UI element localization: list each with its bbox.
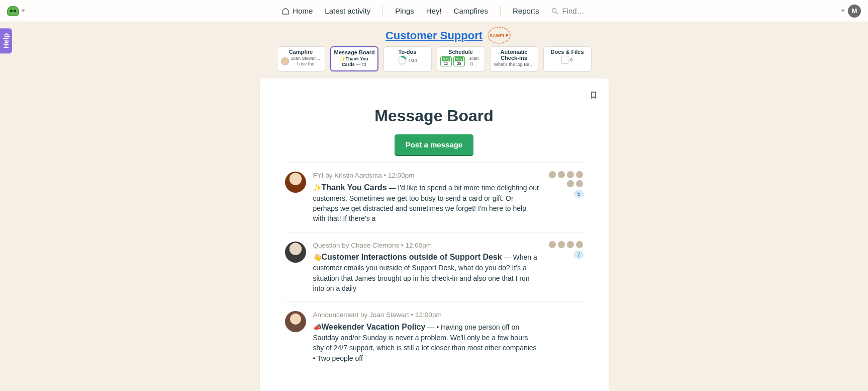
project-name-link[interactable]: Customer Support xyxy=(385,29,483,42)
message-item[interactable]: Announcement by Joan Stewart • 12:00pm📣W… xyxy=(285,302,584,371)
message-line: ✨Thank You Cards — I'd like to spend a b… xyxy=(313,182,540,224)
message-title: Thank You Cards xyxy=(322,183,387,192)
participant-avatar-icon xyxy=(548,241,556,249)
avatar-icon xyxy=(281,57,289,65)
tab-title: Docs & Files xyxy=(547,49,588,55)
user-avatar[interactable]: M xyxy=(848,5,861,18)
participant-avatar-icon xyxy=(566,180,574,188)
participant-avatar-icon xyxy=(575,241,584,249)
tab-title: Message Board xyxy=(334,49,374,55)
progress-donut-icon xyxy=(396,54,409,67)
project-header: Customer Support SAMPLE xyxy=(0,22,868,46)
message-participants: 7 xyxy=(547,241,584,294)
tab-title: Automatic Check-ins xyxy=(494,49,535,61)
nav-home[interactable]: Home xyxy=(281,7,313,15)
message-item[interactable]: FYI by Kristin Aardsma • 12:00pm✨Thank Y… xyxy=(285,163,584,232)
home-icon xyxy=(281,7,290,15)
main-card: Message Board Post a message FYI by Kris… xyxy=(260,79,609,391)
nav-pings[interactable]: Pings xyxy=(395,7,414,15)
message-title: Weekender Vacation Policy xyxy=(322,323,426,331)
tab-sub: What's the top Ba… xyxy=(494,62,535,67)
bookmark-icon[interactable] xyxy=(590,91,598,100)
logo-icon[interactable] xyxy=(7,6,19,16)
calendar-icon: May12 xyxy=(440,56,452,66)
participant-avatar-icon xyxy=(548,171,556,179)
nav-home-label: Home xyxy=(293,7,313,15)
nav-reports[interactable]: Reports xyxy=(513,7,539,15)
sample-badge-icon: SAMPLE xyxy=(487,25,512,47)
search-icon xyxy=(551,7,559,15)
message-participants: 5 xyxy=(547,171,584,224)
page-title: Message Board xyxy=(285,107,584,125)
message-body: Question by Chase Clemons • 12:00pm👋Cust… xyxy=(313,241,540,294)
nav-campfires[interactable]: Campfires xyxy=(454,7,488,15)
tab-sub: 4/14 xyxy=(408,58,417,63)
message-meta: Question by Chase Clemons • 12:00pm xyxy=(313,241,540,251)
svg-text:SAMPLE: SAMPLE xyxy=(490,33,509,38)
tab-todos[interactable]: To-dos 4/14 xyxy=(383,46,432,71)
message-list: FYI by Kristin Aardsma • 12:00pm✨Thank Y… xyxy=(285,162,584,371)
tab-message-board[interactable]: Message Board ✨Thank You Cards — I'd xyxy=(330,46,378,71)
file-icon xyxy=(561,56,568,64)
participant-avatar-icon xyxy=(566,171,574,179)
tab-sub: ✨Thank You Cards — I'd xyxy=(334,56,374,67)
message-emoji-icon: 👋 xyxy=(313,253,322,261)
message-title: Customer Interactions outside of Support… xyxy=(322,253,502,261)
participant-avatar-icon xyxy=(557,241,565,249)
author-avatar xyxy=(285,172,306,193)
participant-avatar-icon xyxy=(566,241,574,249)
nav-latest[interactable]: Latest activity xyxy=(325,7,370,15)
participant-avatar-icon xyxy=(575,171,584,179)
message-emoji-icon: 📣 xyxy=(313,323,322,331)
calendar-icon: May25 xyxy=(453,56,465,66)
tab-title: To-dos xyxy=(387,49,428,55)
user-menu-caret-icon[interactable] xyxy=(841,10,845,12)
message-item[interactable]: Question by Chase Clemons • 12:00pm👋Cust… xyxy=(285,232,584,302)
message-line: 📣Weekender Vacation Policy — • Having on… xyxy=(313,321,540,363)
tab-checkins[interactable]: Automatic Check-ins What's the top Ba… xyxy=(490,46,538,71)
divider xyxy=(382,6,383,16)
message-line: 👋Customer Interactions outside of Suppor… xyxy=(313,251,540,293)
tab-title: Schedule xyxy=(440,49,481,55)
participant-avatar-icon xyxy=(575,180,584,188)
tab-schedule[interactable]: Schedule May12 May25 Joan O… xyxy=(437,46,485,71)
reply-count-badge: 7 xyxy=(574,251,583,259)
message-meta: Announcement by Joan Stewart • 12:00pm xyxy=(313,310,540,320)
tab-campfire[interactable]: Campfire Joan Stewar…I use the xyxy=(277,46,325,71)
author-avatar xyxy=(285,311,306,332)
tab-title: Campfire xyxy=(280,49,322,55)
top-nav: Home Latest activity Pings Hey! Campfire… xyxy=(0,0,868,22)
tab-sub: 6 xyxy=(570,57,572,63)
tab-sub: Joan O… xyxy=(466,56,481,67)
tab-sub: Joan Stewar…I use the xyxy=(291,56,320,67)
message-body: FYI by Kristin Aardsma • 12:00pm✨Thank Y… xyxy=(313,171,540,224)
participant-avatars xyxy=(547,241,584,249)
nav-find[interactable]: Find… xyxy=(551,7,584,15)
message-participants xyxy=(547,310,584,363)
reply-count-badge: 5 xyxy=(574,190,583,198)
post-message-button[interactable]: Post a message xyxy=(395,134,473,156)
svg-point-0 xyxy=(552,8,556,12)
nav-find-label: Find… xyxy=(562,7,584,15)
nav-hey[interactable]: Hey! xyxy=(426,7,442,15)
divider xyxy=(500,6,501,16)
author-avatar xyxy=(285,242,306,263)
account-menu-caret-icon[interactable] xyxy=(21,10,25,12)
message-meta: FYI by Kristin Aardsma • 12:00pm xyxy=(313,171,540,181)
message-emoji-icon: ✨ xyxy=(313,184,322,192)
message-body: Announcement by Joan Stewart • 12:00pm📣W… xyxy=(313,310,540,363)
participant-avatar-icon xyxy=(557,171,565,179)
tab-docs[interactable]: Docs & Files 6 xyxy=(543,46,592,71)
tool-tabs: Campfire Joan Stewar…I use the Message B… xyxy=(0,46,868,79)
participant-avatars xyxy=(547,171,584,188)
svg-line-1 xyxy=(556,12,558,14)
